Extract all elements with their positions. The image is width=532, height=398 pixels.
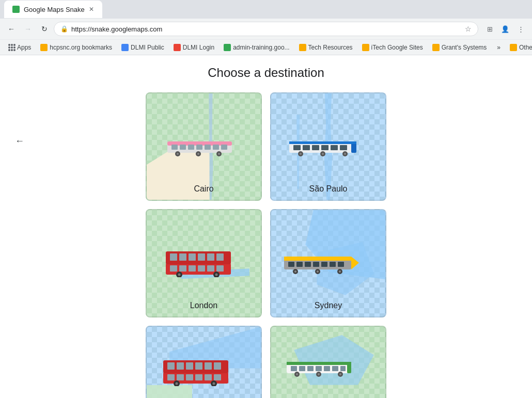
bookmark-dlmi-login[interactable]: DLMI Login — [169, 43, 218, 52]
svg-point-12 — [197, 153, 199, 155]
svg-rect-4 — [188, 145, 194, 150]
svg-rect-76 — [205, 374, 212, 380]
destination-card-sydney[interactable]: Sydney — [270, 209, 386, 317]
card-map-cairo: Cairo — [147, 93, 261, 200]
svg-point-79 — [176, 383, 178, 385]
profile-button[interactable]: 👤 — [498, 22, 512, 36]
svg-rect-54 — [313, 262, 319, 267]
svg-rect-87 — [307, 366, 314, 371]
bookmark-other[interactable]: Other bookmark... — [506, 43, 532, 52]
svg-point-29 — [344, 153, 346, 155]
svg-rect-20 — [312, 145, 319, 150]
bookmark-label-hcpsnc: hcpsnc.org bookmarks — [50, 44, 112, 51]
svg-rect-41 — [198, 265, 205, 272]
svg-rect-90 — [332, 366, 338, 371]
cairo-train — [167, 137, 234, 159]
svg-rect-68 — [186, 362, 193, 370]
svg-rect-33 — [179, 253, 186, 261]
svg-rect-35 — [198, 253, 205, 261]
svg-rect-36 — [207, 253, 214, 261]
tab-favicon — [12, 6, 20, 13]
sydney-train — [284, 252, 359, 278]
svg-rect-37 — [216, 253, 224, 261]
svg-rect-3 — [180, 145, 186, 150]
svg-point-14 — [218, 153, 220, 155]
svg-rect-69 — [195, 362, 202, 370]
forward-button[interactable]: → — [21, 22, 35, 36]
svg-rect-84 — [347, 362, 351, 373]
extensions-button[interactable]: ⊞ — [482, 22, 497, 36]
svg-point-97 — [339, 373, 341, 375]
svg-rect-38 — [170, 265, 177, 272]
page-content: ← Choose a destination — [0, 55, 532, 398]
bookmark-label-dlmi: DLMI Public — [131, 44, 164, 51]
london-label: London — [147, 301, 261, 310]
sp-train — [289, 137, 359, 159]
destination-card-london[interactable]: London — [146, 209, 262, 317]
svg-rect-43 — [216, 265, 224, 272]
svg-rect-74 — [186, 374, 193, 380]
bookmark-star-icon[interactable]: ☆ — [465, 25, 472, 33]
destination-card-sao-paulo[interactable]: São Paulo — [270, 92, 386, 201]
svg-rect-88 — [316, 366, 322, 371]
svg-point-81 — [213, 383, 215, 385]
svg-rect-17 — [289, 141, 356, 144]
svg-rect-89 — [324, 366, 330, 371]
svg-rect-34 — [189, 253, 196, 261]
back-button[interactable]: ← — [4, 22, 19, 36]
bookmark-label-other: Other bookmark... — [519, 44, 532, 51]
destination-card-cairo[interactable]: Cairo — [146, 92, 262, 201]
svg-point-47 — [215, 274, 218, 276]
svg-rect-72 — [167, 374, 175, 380]
destination-card-bottom2[interactable] — [270, 326, 386, 398]
svg-rect-70 — [205, 362, 212, 370]
svg-rect-57 — [338, 262, 344, 267]
apps-label: Apps — [17, 44, 31, 51]
menu-button[interactable]: ⋮ — [513, 22, 528, 36]
nav-actions: ⊞ 👤 ⋮ — [482, 22, 528, 36]
bookmark-tech[interactable]: Tech Resources — [295, 43, 357, 52]
bookmark-label-itech: iTech Google Sites — [371, 44, 423, 51]
reload-button[interactable]: ↻ — [37, 22, 52, 36]
card-map-bottom1 — [147, 327, 261, 398]
page-back-button[interactable]: ← — [10, 132, 29, 150]
bookmark-icon-dlmi — [121, 44, 129, 51]
bookmark-label-grants: Grant's Systems — [442, 44, 487, 51]
svg-rect-66 — [167, 362, 175, 370]
svg-rect-50 — [284, 257, 351, 261]
svg-rect-83 — [287, 362, 351, 365]
svg-rect-75 — [195, 374, 202, 380]
svg-rect-18 — [293, 145, 301, 150]
active-tab[interactable]: Google Maps Snake ✕ — [4, 1, 102, 18]
page-title: Choose a destination — [10, 66, 522, 80]
svg-point-10 — [177, 153, 179, 155]
svg-rect-51 — [288, 262, 294, 267]
bookmark-icon-grants — [432, 44, 440, 51]
tab-close-button[interactable]: ✕ — [89, 6, 94, 13]
destination-card-bottom1[interactable] — [146, 326, 262, 398]
more-bookmarks-button[interactable]: » — [493, 43, 505, 52]
bookmark-icon-itech — [362, 44, 369, 51]
bookmark-icon-hcpsnc — [40, 44, 48, 51]
bottom2-train — [287, 358, 354, 379]
card-map-sydney: Sydney — [271, 210, 385, 316]
bookmark-label-tech: Tech Resources — [308, 44, 353, 51]
bookmark-hcpsnc[interactable]: hcpsnc.org bookmarks — [36, 43, 116, 52]
svg-rect-22 — [331, 145, 338, 150]
bookmark-grants[interactable]: Grant's Systems — [428, 43, 491, 52]
bookmark-icon-other — [510, 44, 517, 51]
svg-rect-5 — [196, 145, 202, 150]
svg-point-95 — [318, 373, 320, 375]
bookmark-dlmi-public[interactable]: DLMI Public — [117, 43, 168, 52]
svg-rect-73 — [177, 374, 184, 380]
svg-rect-40 — [189, 265, 196, 272]
bookmark-admin[interactable]: admin-training.goo... — [220, 43, 293, 52]
card-map-london: London — [147, 210, 261, 316]
browser-chrome: Google Maps Snake ✕ ← → ↻ 🔒 https://snak… — [0, 0, 532, 55]
bookmark-itech[interactable]: iTech Google Sites — [358, 43, 427, 52]
svg-rect-53 — [305, 262, 311, 267]
url-text: https://snake.googlemaps.com — [71, 25, 462, 33]
address-bar[interactable]: 🔒 https://snake.googlemaps.com ☆ — [54, 22, 478, 36]
svg-rect-56 — [330, 262, 336, 267]
apps-bookmark[interactable]: Apps — [4, 43, 35, 52]
